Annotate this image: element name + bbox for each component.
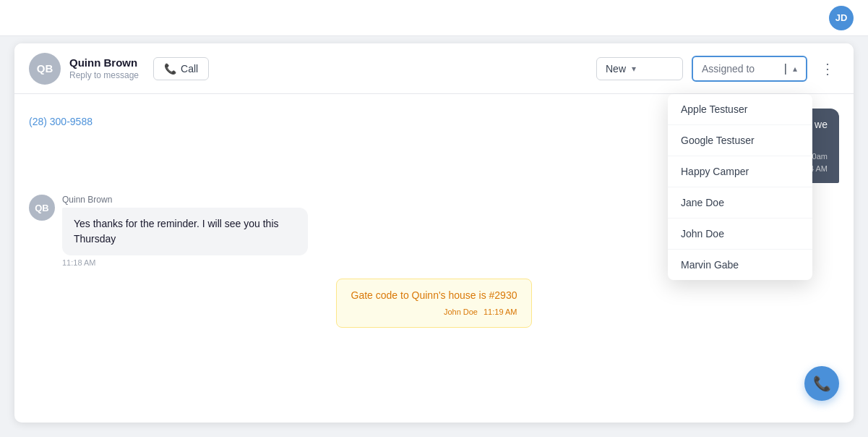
user-avatar[interactable]: JD <box>829 6 854 30</box>
incoming-sender: Quinn Brown <box>62 195 308 205</box>
contact-avatar: QB <box>29 53 61 85</box>
note-message: Gate code to Quinn's house is #2930 John… <box>29 279 839 328</box>
dropdown-item-apple-testuser[interactable]: Apple Testuser <box>668 94 812 125</box>
dropdown-item-marvin-gabe[interactable]: Marvin Gabe <box>668 250 812 280</box>
incoming-content: Quinn Brown Yes thanks for the reminder.… <box>62 195 308 267</box>
contact-info: Quinn Brown Reply to message <box>69 56 139 80</box>
dropdown-item-google-testuser[interactable]: Google Testuser <box>668 125 812 156</box>
chevron-down-icon: ▾ <box>632 64 636 74</box>
status-dropdown[interactable]: New ▾ <box>596 57 683 80</box>
assigned-label: Assigned to <box>702 63 778 75</box>
chevron-up-icon: ▴ <box>793 64 797 74</box>
fab-call-button[interactable]: 📞 <box>804 366 839 401</box>
assigned-dropdown[interactable]: Assigned to | ▴ <box>692 56 807 82</box>
contact-subtitle: Reply to message <box>69 70 139 80</box>
dropdown-item-happy-camper[interactable]: Happy Camper <box>668 156 812 187</box>
incoming-avatar: QB <box>29 195 55 221</box>
assignee-dropdown-menu: Apple Testuser Google Testuser Happy Cam… <box>668 94 812 280</box>
top-bar: JD <box>0 0 868 36</box>
cursor-icon: | <box>784 62 787 75</box>
note-time: 11:19 AM <box>484 306 517 318</box>
main-panel: QB Quinn Brown Reply to message 📞 Call N… <box>14 43 854 423</box>
note-text: Gate code to Quinn's house is #2930 <box>351 288 517 303</box>
dropdown-item-jane-doe[interactable]: Jane Doe <box>668 187 812 218</box>
call-button[interactable]: 📞 Call <box>153 57 209 80</box>
incoming-time: 11:18 AM <box>62 258 308 267</box>
phone-number-partial: (28) 300-9588 <box>29 109 93 127</box>
incoming-bubble: Yes thanks for the reminder. I will see … <box>62 208 308 255</box>
fab-phone-icon: 📞 <box>813 375 831 392</box>
conversation-header: QB Quinn Brown Reply to message 📞 Call N… <box>14 43 854 94</box>
note-author: John Doe <box>444 306 478 318</box>
more-options-button[interactable]: ⋮ <box>816 57 839 80</box>
call-button-label: Call <box>181 63 198 75</box>
note-bubble: Gate code to Quinn's house is #2930 John… <box>336 279 533 328</box>
dropdown-item-john-doe[interactable]: John Doe <box>668 218 812 250</box>
note-meta: John Doe 11:19 AM <box>351 306 517 318</box>
phone-icon: 📞 <box>164 63 176 75</box>
contact-name: Quinn Brown <box>69 56 139 69</box>
status-label: New <box>606 63 626 75</box>
